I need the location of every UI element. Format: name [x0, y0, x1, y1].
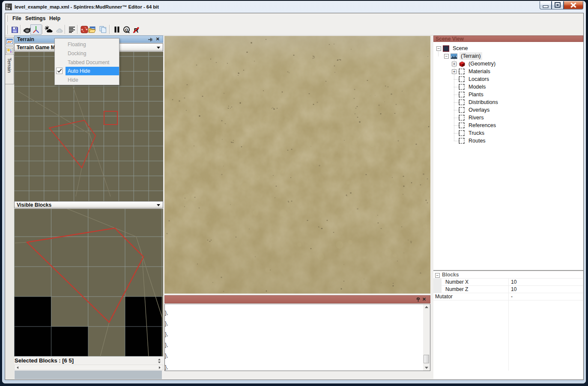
svg-text:Q: Q: [125, 27, 128, 32]
